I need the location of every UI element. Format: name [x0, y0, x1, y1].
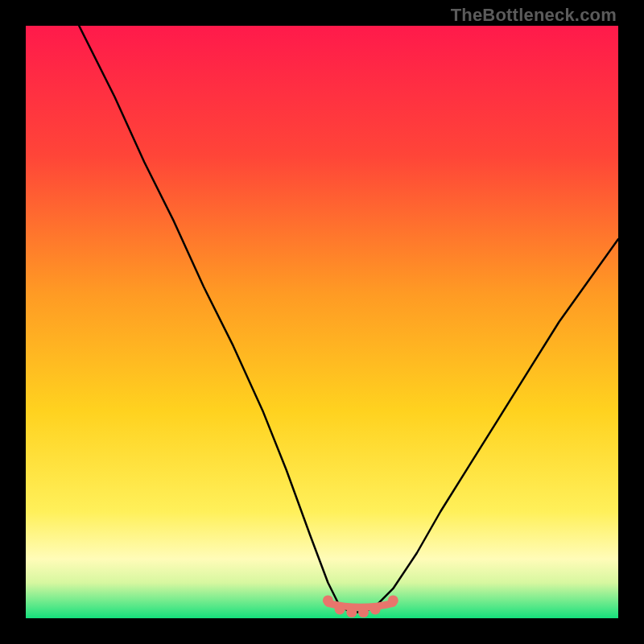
svg-point-4: [370, 605, 381, 615]
chart-frame: [26, 26, 618, 618]
svg-point-3: [358, 607, 369, 617]
watermark-text: TheBottleneck.com: [451, 5, 617, 26]
svg-point-5: [388, 595, 398, 605]
svg-point-1: [335, 605, 345, 615]
svg-point-2: [346, 607, 357, 617]
svg-point-0: [323, 595, 333, 605]
plot-svg: [26, 26, 618, 618]
gradient-background: [26, 26, 618, 618]
